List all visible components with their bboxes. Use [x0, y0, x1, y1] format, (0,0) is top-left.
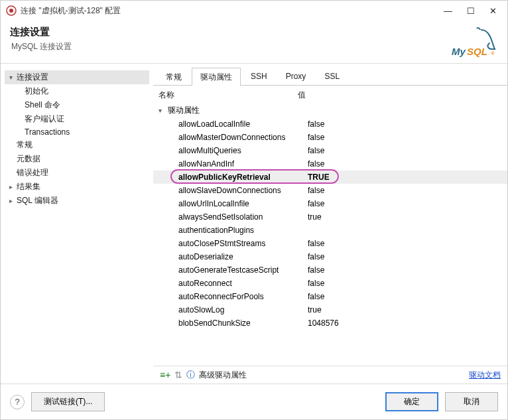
property-value[interactable]: 1048576	[308, 317, 505, 329]
driver-docs-link[interactable]: 驱动文档	[469, 370, 501, 381]
svg-point-1	[9, 9, 13, 13]
property-name: autoDeserialize	[178, 251, 308, 263]
property-row[interactable]: blobSendChunkSize1048576	[153, 316, 507, 330]
property-name: blobSendChunkSize	[178, 317, 308, 329]
header-subtitle: MySQL 连接设置	[10, 41, 448, 52]
sidebar-item-l2-0[interactable]: 常规	[5, 138, 149, 152]
property-value[interactable]: false	[308, 131, 505, 143]
property-name: allowMasterDownConnections	[178, 131, 308, 143]
minimize-button[interactable]: —	[444, 6, 452, 16]
property-value[interactable]: false	[308, 251, 505, 263]
help-icon[interactable]: ?	[10, 395, 25, 409]
sidebar-item-1[interactable]: Shell 命令	[5, 98, 149, 112]
svg-text:My: My	[452, 46, 466, 57]
test-connection-button[interactable]: 测试链接(T)...	[31, 392, 105, 411]
property-name: alwaysSendSetIsolation	[178, 211, 308, 223]
sidebar-item-0[interactable]: 初始化	[5, 84, 149, 98]
chevron-down-icon[interactable]: ▾	[159, 107, 168, 114]
property-name: autoReconnect	[178, 277, 308, 289]
property-row[interactable]: autoReconnectForPoolsfalse	[153, 290, 507, 303]
info-icon: ⓘ	[186, 369, 195, 381]
property-name: autoReconnectForPools	[178, 291, 308, 303]
sidebar: ▾ 连接设置 初始化Shell 命令客户端认证Transactions 常规元数…	[1, 64, 153, 384]
tab-SSH[interactable]: SSH	[242, 68, 276, 86]
property-value[interactable]: true	[308, 304, 505, 316]
mysql-logo-icon: My SQL ®	[448, 26, 498, 59]
property-row[interactable]: allowMultiQueriesfalse	[153, 144, 507, 157]
property-row[interactable]: allowLoadLocalInfilefalse	[153, 117, 507, 131]
property-name: autoSlowLog	[178, 304, 308, 316]
sidebar-item-l3-1[interactable]: ▸SQL 编辑器	[5, 194, 149, 208]
sidebar-item-l2-2[interactable]: 错误处理	[5, 166, 149, 180]
property-row[interactable]: allowSlaveDownConnectionsfalse	[153, 184, 507, 197]
property-name: allowPublicKeyRetrieval	[178, 171, 308, 183]
property-value[interactable]: true	[308, 211, 505, 223]
property-table[interactable]: ▾ 驱动属性 allowLoadLocalInfilefalseallowMas…	[153, 104, 507, 366]
ok-button[interactable]: 确定	[385, 392, 438, 411]
property-name: authenticationPlugins	[178, 224, 308, 236]
property-value[interactable]: false	[308, 184, 505, 196]
tab-Proxy[interactable]: Proxy	[277, 68, 315, 86]
svg-text:®: ®	[491, 50, 495, 56]
sidebar-item-2[interactable]: 客户端认证	[5, 112, 149, 126]
title-bar: 连接 "虚拟机-测试-128" 配置 — ☐ ✕	[1, 1, 507, 21]
app-icon	[6, 5, 17, 16]
property-group-row[interactable]: ▾ 驱动属性	[153, 104, 507, 117]
sidebar-item-l2-1[interactable]: 元数据	[5, 152, 149, 166]
property-row[interactable]: autoSlowLogtrue	[153, 303, 507, 316]
dialog-footer: ? 测试链接(T)... 确定 取消	[1, 384, 507, 419]
property-value[interactable]: false	[308, 277, 505, 289]
chevron-right-icon[interactable]: ▸	[7, 183, 15, 190]
property-name: allowMultiQueries	[178, 145, 308, 157]
property-name: autoGenerateTestcaseScript	[178, 264, 308, 276]
tab-SSL[interactable]: SSL	[316, 68, 348, 86]
property-row[interactable]: allowUrlInLocalInfilefalse	[153, 197, 507, 210]
property-row[interactable]: autoClosePStmtStreamsfalse	[153, 237, 507, 250]
property-row[interactable]: autoReconnectfalse	[153, 277, 507, 290]
property-footer: ≡+ ⇅ ⓘ 高级驱动属性 驱动文档	[153, 366, 507, 384]
property-table-header: 名称 值	[153, 86, 507, 104]
tab-常规[interactable]: 常规	[157, 68, 190, 86]
sidebar-item-connection-settings[interactable]: ▾ 连接设置	[5, 70, 149, 84]
sidebar-item-3[interactable]: Transactions	[5, 126, 149, 138]
close-button[interactable]: ✕	[489, 6, 497, 16]
dialog-header: 连接设置 MySQL 连接设置 My SQL ®	[1, 21, 507, 64]
column-header-value[interactable]: 值	[298, 90, 505, 101]
property-row[interactable]: allowPublicKeyRetrievalTRUE	[153, 171, 507, 184]
header-title: 连接设置	[10, 26, 448, 38]
sidebar-item-l3-0[interactable]: ▸结果集	[5, 180, 149, 194]
property-row[interactable]: autoDeserializefalse	[153, 250, 507, 263]
property-name: allowUrlInLocalInfile	[178, 198, 308, 210]
advanced-properties-label[interactable]: 高级驱动属性	[199, 370, 465, 381]
property-row[interactable]: allowNanAndInffalse	[153, 157, 507, 171]
property-row[interactable]: allowMasterDownConnectionsfalse	[153, 131, 507, 144]
chevron-down-icon[interactable]: ▾	[7, 74, 15, 81]
column-header-name[interactable]: 名称	[159, 90, 298, 101]
property-value[interactable]: false	[308, 264, 505, 276]
property-name: allowSlaveDownConnections	[178, 184, 308, 196]
svg-text:SQL: SQL	[467, 46, 487, 57]
property-row[interactable]: authenticationPlugins	[153, 224, 507, 237]
tab-bar: 常规驱动属性SSHProxySSL	[153, 68, 507, 86]
chevron-right-icon[interactable]: ▸	[7, 197, 15, 204]
property-value[interactable]: false	[308, 238, 505, 249]
property-name: allowNanAndInf	[178, 158, 308, 170]
property-value[interactable]: false	[308, 118, 505, 130]
window-title: 连接 "虚拟机-测试-128" 配置	[21, 5, 444, 17]
property-name: allowLoadLocalInfile	[178, 118, 308, 130]
property-name: autoClosePStmtStreams	[178, 238, 308, 249]
property-value[interactable]: false	[308, 145, 505, 157]
property-value[interactable]: false	[308, 198, 505, 210]
maximize-button[interactable]: ☐	[467, 6, 475, 16]
tab-驱动属性[interactable]: 驱动属性	[192, 68, 241, 86]
property-row[interactable]: alwaysSendSetIsolationtrue	[153, 210, 507, 224]
add-property-icon[interactable]: ≡+	[160, 370, 170, 380]
sort-icon[interactable]: ⇅	[174, 370, 182, 380]
property-value[interactable]: false	[308, 291, 505, 303]
property-row[interactable]: autoGenerateTestcaseScriptfalse	[153, 263, 507, 277]
cancel-button[interactable]: 取消	[445, 392, 498, 411]
property-value[interactable]: false	[308, 158, 505, 170]
property-value[interactable]: TRUE	[308, 171, 505, 183]
